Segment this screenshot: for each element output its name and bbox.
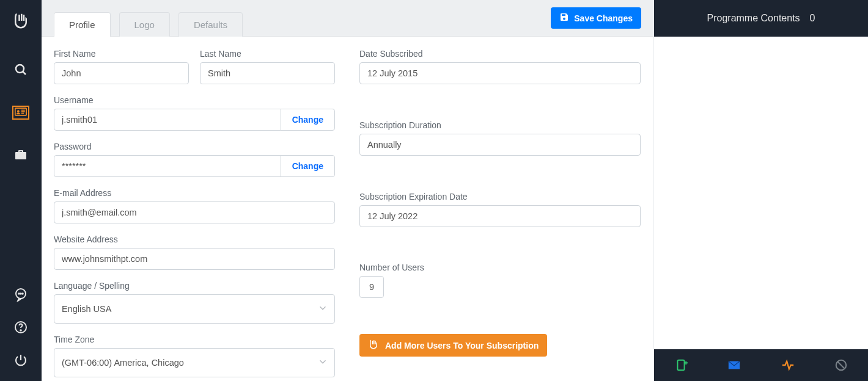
username-label: Username <box>54 95 335 105</box>
svg-point-8 <box>18 293 20 294</box>
timezone-value: (GMT-06:00) America, Chicago <box>62 358 184 368</box>
subscription-expiration-label: Subscription Expiration Date <box>359 192 641 201</box>
save-changes-button[interactable]: Save Changes <box>551 7 641 29</box>
nav-help[interactable] <box>9 315 33 339</box>
tab-defaults[interactable]: Defaults <box>178 12 243 37</box>
change-password-button[interactable]: Change <box>281 155 335 177</box>
subscription-duration-input[interactable] <box>359 134 641 156</box>
svg-line-1 <box>23 71 26 74</box>
add-users-label: Add More Users To Your Subscription <box>385 341 539 350</box>
svg-rect-13 <box>677 360 684 371</box>
website-label: Website Address <box>54 234 335 244</box>
change-username-button[interactable]: Change <box>281 109 335 131</box>
language-select[interactable]: English USA <box>54 294 335 324</box>
last-name-label: Last Name <box>200 49 335 59</box>
svg-point-10 <box>22 293 23 294</box>
website-input[interactable] <box>54 248 335 270</box>
nav-search[interactable] <box>9 57 33 82</box>
subscription-duration-label: Subscription Duration <box>359 120 641 130</box>
svg-line-17 <box>837 361 845 369</box>
svg-point-0 <box>16 65 24 73</box>
nav-power[interactable] <box>9 348 33 372</box>
footer-mail-button[interactable] <box>721 354 748 376</box>
left-nav-rail <box>0 0 42 381</box>
right-panel-count: 0 <box>810 13 815 24</box>
user-count-label: Number of Users <box>359 263 641 272</box>
email-label: E-mail Address <box>54 188 335 198</box>
nav-profile[interactable] <box>9 100 33 125</box>
main-column: Profile Logo Defaults Save Changes First… <box>42 0 654 381</box>
first-name-label: First Name <box>54 49 189 59</box>
right-panel-header: Programme Contents 0 <box>654 0 868 37</box>
save-icon <box>559 12 569 24</box>
password-label: Password <box>54 142 335 151</box>
footer-add-device-button[interactable] <box>668 354 694 376</box>
subscription-expiration-input[interactable] <box>359 205 641 227</box>
date-subscribed-input[interactable] <box>359 62 641 84</box>
chevron-down-icon <box>317 357 328 369</box>
password-input[interactable] <box>54 155 281 177</box>
save-button-label: Save Changes <box>574 13 633 23</box>
svg-point-12 <box>20 330 21 331</box>
nav-briefcase[interactable] <box>9 143 33 167</box>
svg-point-3 <box>17 110 20 112</box>
form-content: First Name Last Name Username Change <box>42 37 653 381</box>
tab-logo[interactable]: Logo <box>119 12 170 37</box>
language-value: English USA <box>62 304 111 314</box>
date-subscribed-label: Date Subscribed <box>359 49 641 59</box>
tab-profile[interactable]: Profile <box>54 12 111 37</box>
profile-card-icon <box>12 106 29 120</box>
footer-activity-button[interactable] <box>774 354 801 376</box>
user-count-input[interactable] <box>359 276 384 298</box>
first-name-input[interactable] <box>54 62 189 84</box>
right-panel-footer <box>654 349 868 381</box>
timezone-select[interactable]: (GMT-06:00) America, Chicago <box>54 348 335 377</box>
language-label: Language / Spelling <box>54 281 335 291</box>
footer-block-button[interactable] <box>828 354 855 376</box>
svg-point-9 <box>20 293 21 294</box>
tabs: Profile Logo Defaults <box>54 7 243 36</box>
chevron-down-icon <box>317 303 328 316</box>
nav-chat[interactable] <box>9 282 33 307</box>
hand-icon <box>368 339 379 352</box>
right-panel: Programme Contents 0 <box>654 0 868 381</box>
right-panel-body <box>654 37 868 349</box>
last-name-input[interactable] <box>200 62 335 84</box>
timezone-label: Time Zone <box>54 335 335 344</box>
topbar: Profile Logo Defaults Save Changes <box>42 0 653 37</box>
add-users-button[interactable]: Add More Users To Your Subscription <box>359 334 547 357</box>
username-input[interactable] <box>54 109 281 131</box>
right-panel-title: Programme Contents <box>707 13 800 24</box>
email-input[interactable] <box>54 201 335 223</box>
brand-logo <box>9 9 33 33</box>
